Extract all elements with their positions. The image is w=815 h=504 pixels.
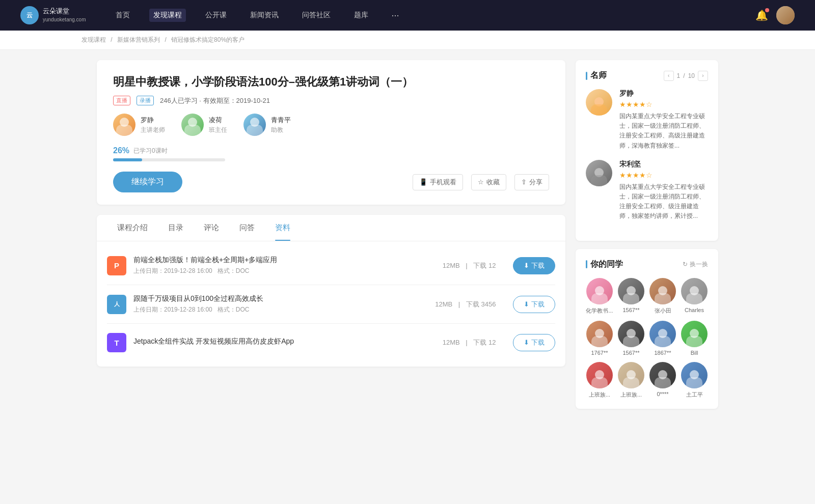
refresh-label: 换一换 (690, 260, 708, 269)
classmate-avatar (618, 321, 644, 347)
classmate-item[interactable]: 化学教书... (586, 278, 613, 315)
sidebar-teacher-2-name: 宋利坚 (619, 160, 708, 169)
classmate-item[interactable]: 1567** (617, 321, 645, 356)
teachers-sidebar-card: 名师 ‹ 1/10 › 罗静 ★★★★☆ 国内某重点大学安全工程专业硕士，国家一… (576, 60, 718, 241)
course-actions: 继续学习 📱 手机观看 ☆ 收藏 ⇧ 分享 (113, 172, 549, 192)
user-avatar[interactable] (776, 6, 795, 24)
classmate-avatar (681, 362, 708, 388)
course-card: 明星中教授课，小学阶段语法100分–强化级第1讲动词（一） 直播 录播 246人… (97, 60, 565, 205)
classmate-name: Bill (691, 350, 698, 356)
classmate-name: 张小田 (655, 307, 671, 315)
teachers-prev-btn[interactable]: ‹ (664, 71, 674, 81)
classmate-item[interactable]: 张小田 (649, 278, 676, 315)
tab-resources[interactable]: 资料 (265, 215, 301, 241)
teacher-1: 罗静 主讲老师 (113, 114, 165, 136)
breadcrumb: 发现课程 / 新媒体营销系列 / 销冠修炼术搞定80%的客户 (0, 31, 815, 50)
progress-sub: 已学习0课时 (133, 147, 168, 155)
course-title: 明星中教授课，小学阶段语法100分–强化级第1讲动词（一） (113, 74, 549, 90)
breadcrumb-sep-1: / (111, 36, 112, 43)
sidebar-teacher-1-stars: ★★★★☆ (619, 100, 708, 108)
classmate-item[interactable]: 上班族... (586, 362, 613, 399)
resource-meta-2: 上传日期：2019-12-28 16:00 格式：DOC (133, 305, 428, 314)
classmate-name: 1567** (622, 307, 639, 313)
teacher-3-avatar (243, 114, 266, 136)
teachers-card-header: 名师 ‹ 1/10 › (586, 70, 708, 81)
classmate-avatar (681, 321, 708, 347)
refresh-classmates-btn[interactable]: ↻ 换一换 (683, 260, 708, 269)
teacher-1-info: 罗静 主讲老师 (141, 116, 165, 134)
navbar: 云 云朵课堂yunduoketang.com 首页 发现课程 公开课 新闻资讯 … (0, 0, 815, 31)
teachers-page-total: 10 (688, 72, 695, 79)
classmate-name: 土工平 (686, 391, 703, 399)
breadcrumb-discover[interactable]: 发现课程 (82, 36, 106, 43)
resource-icon-1: P (107, 256, 126, 275)
mobile-view-button[interactable]: 📱 手机观看 (413, 174, 463, 190)
nav-discover[interactable]: 发现课程 (149, 9, 186, 22)
classmate-item[interactable]: 0**** (649, 362, 676, 399)
download-button-2[interactable]: ⬇ 下载 (513, 296, 555, 313)
nav-open-course[interactable]: 公开课 (201, 9, 231, 22)
tab-intro[interactable]: 课程介绍 (107, 215, 158, 241)
sidebar-teacher-1-name: 罗静 (619, 89, 708, 98)
nav-news[interactable]: 新闻资讯 (246, 9, 283, 22)
logo[interactable]: 云 云朵课堂yunduoketang.com (20, 6, 86, 24)
tabs-container: 课程介绍 目录 评论 问答 资料 P 前端全栈加强版！前端全栈+全周期+多端应用… (97, 215, 565, 367)
notification-bell[interactable]: 🔔 (755, 9, 768, 21)
teacher-2: 凌荷 班主任 (181, 114, 227, 136)
classmate-item[interactable]: 1767** (586, 321, 613, 356)
teacher-3: 青青平 助教 (243, 114, 291, 136)
star-icon: ☆ (478, 178, 484, 186)
badge-recorded: 录播 (137, 96, 154, 105)
teachers-page-nav: ‹ 1/10 › (664, 71, 708, 81)
collect-button[interactable]: ☆ 收藏 (471, 174, 506, 190)
classmate-avatar (649, 321, 676, 347)
download-button-1[interactable]: ⬇ 下载 (513, 257, 555, 274)
classmate-name: Charles (685, 307, 704, 313)
breadcrumb-series[interactable]: 新媒体营销系列 (117, 36, 160, 43)
mobile-label: 手机观看 (430, 178, 456, 187)
classmate-avatar (586, 278, 613, 304)
resource-name-3: Jetpack全组件实战 开发短视频应用高仿皮皮虾App (133, 337, 436, 346)
classmate-item[interactable]: 1567** (617, 278, 645, 315)
nav-more[interactable]: ··· (388, 8, 403, 23)
continue-learning-button[interactable]: 继续学习 (113, 172, 182, 192)
progress-bar-bg (113, 158, 225, 161)
tab-review[interactable]: 评论 (194, 215, 229, 241)
tab-qa[interactable]: 问答 (229, 215, 265, 241)
resource-list: P 前端全栈加强版！前端全栈+全周期+多端应用 上传日期：2019-12-28 … (97, 241, 565, 367)
teachers-next-btn[interactable]: › (698, 71, 708, 81)
sidebar-teacher-2-stars: ★★★★☆ (619, 171, 708, 179)
resource-icon-2: 人 (107, 295, 126, 314)
classmate-item[interactable]: 1867** (649, 321, 676, 356)
tab-catalog[interactable]: 目录 (158, 215, 194, 241)
download-button-3[interactable]: ⬇ 下载 (513, 334, 555, 351)
sidebar-teacher-2: 宋利坚 ★★★★☆ 国内某重点大学安全工程专业硕士，国家一级注册消防工程师、注册… (586, 160, 708, 221)
teacher-1-name: 罗静 (141, 116, 165, 125)
teacher-2-role: 班主任 (209, 126, 227, 134)
resource-meta-1: 上传日期：2019-12-28 16:00 格式：DOC (133, 267, 436, 275)
progress-bar-fill (113, 158, 142, 161)
resource-info-3: Jetpack全组件实战 开发短视频应用高仿皮皮虾App (133, 337, 436, 348)
classmate-item[interactable]: 上班族... (617, 362, 645, 399)
right-sidebar: 名师 ‹ 1/10 › 罗静 ★★★★☆ 国内某重点大学安全工程专业硕士，国家一… (576, 60, 718, 417)
nav-home[interactable]: 首页 (112, 9, 134, 22)
classmate-item[interactable]: 土工平 (681, 362, 708, 399)
sidebar-teacher-1-desc: 国内某重点大学安全工程专业硕士，国家一级注册消防工程师、注册安全工程师、高级注册… (619, 111, 708, 151)
teachers-card-title: 名师 (586, 70, 607, 81)
teacher-1-role: 主讲老师 (141, 126, 165, 134)
share-button[interactable]: ⇧ 分享 (514, 174, 549, 190)
sidebar-teacher-1-avatar (586, 89, 612, 116)
classmate-name: 1867** (654, 350, 671, 356)
teacher-2-name: 凌荷 (209, 116, 227, 125)
nav-qa[interactable]: 问答社区 (298, 9, 335, 22)
resource-info-1: 前端全栈加强版！前端全栈+全周期+多端应用 上传日期：2019-12-28 16… (133, 256, 436, 275)
classmate-item[interactable]: Bill (681, 321, 708, 356)
action-btns: 📱 手机观看 ☆ 收藏 ⇧ 分享 (413, 174, 549, 190)
resource-stats-3: 12MB | 下载 12 (443, 338, 496, 347)
resource-item: T Jetpack全组件实战 开发短视频应用高仿皮皮虾App 12MB | 下载… (107, 324, 555, 361)
logo-icon: 云 (20, 6, 39, 24)
classmate-avatar (681, 278, 708, 304)
sidebar-teacher-2-desc: 国内某重点大学安全工程专业硕士，国家一级注册消防工程师、注册安全工程师、级注册建… (619, 182, 708, 221)
classmate-item[interactable]: Charles (681, 278, 708, 315)
nav-exam[interactable]: 题库 (350, 9, 372, 22)
